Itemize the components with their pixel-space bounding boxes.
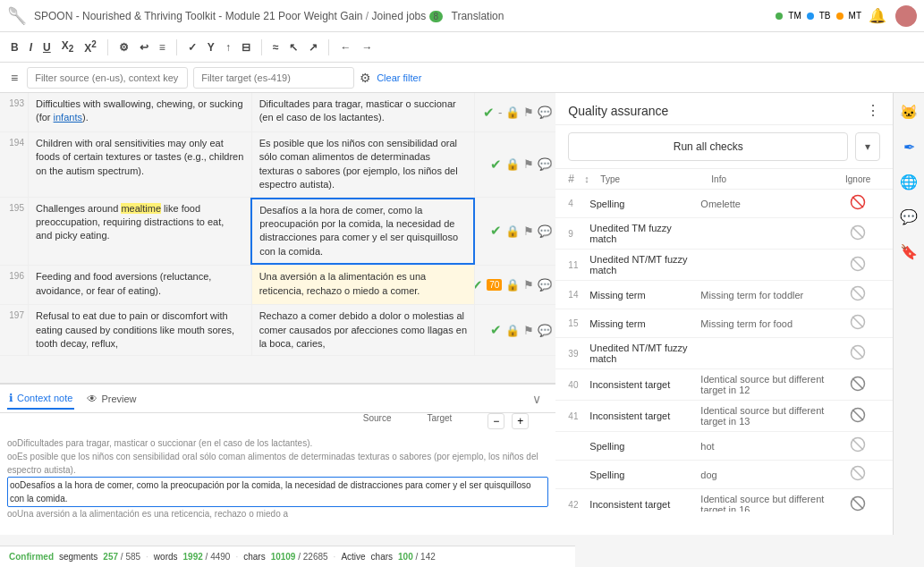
qa-row-ignore[interactable] <box>835 436 880 455</box>
comment-icon[interactable]: 💬 <box>538 224 552 238</box>
ignore-btn[interactable] <box>850 224 866 243</box>
bold-btn[interactable]: B <box>7 39 22 55</box>
table-row: 197 Refusal to eat due to pain or discom… <box>0 305 555 356</box>
source-filter-input[interactable] <box>27 67 188 89</box>
qa-row: 40 Inconsistent target Identical source … <box>555 369 893 401</box>
comment-icon[interactable]: 💬 <box>538 106 552 119</box>
qa-row-ignore[interactable] <box>835 285 880 304</box>
list-btn[interactable]: ≡ <box>156 39 169 55</box>
qa-menu-btn[interactable]: ⋮ <box>866 102 880 119</box>
comment-icon-btn[interactable]: 💬 <box>896 205 921 229</box>
target-filter-input[interactable] <box>193 67 354 89</box>
ignore-btn[interactable] <box>850 285 866 304</box>
subscript-btn[interactable]: X2 <box>58 38 78 55</box>
ignore-btn[interactable] <box>850 436 866 455</box>
ignore-btn[interactable] <box>850 495 866 512</box>
table-row: 194 Children with oral sensitivities may… <box>0 132 555 198</box>
lock-icon[interactable]: 🔒 <box>505 324 520 337</box>
minus-btn[interactable]: − <box>487 413 504 429</box>
flag-icon[interactable]: ⚑ <box>523 106 534 119</box>
cat-icon-btn[interactable]: 🐱 <box>896 100 921 124</box>
tb-label: TB <box>819 11 831 21</box>
flag-icon[interactable]: ⚑ <box>523 157 534 171</box>
lock-icon2[interactable]: 🔒 <box>505 106 520 119</box>
flag-icon[interactable]: ⚑ <box>523 278 534 292</box>
bottom-panel-close[interactable]: ∨ <box>525 392 548 406</box>
flag-icon[interactable]: ⚑ <box>523 224 534 238</box>
underline-btn[interactable]: U <box>39 39 55 55</box>
segment-target[interactable]: Dificultades para tragar, masticar o suc… <box>252 93 476 131</box>
ignore-btn[interactable] <box>850 194 866 213</box>
qa-run-dropdown[interactable]: ▾ <box>855 132 880 161</box>
lock-icon[interactable]: 🔒 <box>505 157 520 171</box>
mt-indicator <box>836 13 843 20</box>
lock-icon[interactable]: 🔒 <box>505 224 520 238</box>
settings-btn[interactable]: ⚙ <box>115 39 132 55</box>
qa-row-ignore[interactable] <box>835 344 880 363</box>
ignore-btn[interactable] <box>850 465 866 484</box>
notifications-btn[interactable]: 🔔 <box>869 7 886 24</box>
qa-row-ignore[interactable] <box>835 495 880 512</box>
qa-row-ignore[interactable] <box>835 314 880 333</box>
top-bar-icons[interactable]: 🔔 <box>869 5 917 27</box>
segments-label: segments <box>59 552 97 562</box>
qa-row-info: Identical source but different target in… <box>700 405 832 427</box>
bottom-line-active: ooDesafíos a la hora de comer, como la p… <box>7 477 548 507</box>
filter-toggle-btn[interactable]: ≡ <box>7 69 21 87</box>
arrow-right-btn[interactable]: ↗ <box>305 39 321 55</box>
qa-row-ignore[interactable] <box>835 376 880 394</box>
qa-row-num: 15 <box>568 318 586 328</box>
active-count: 100 / 142 <box>398 552 436 562</box>
ignore-btn[interactable] <box>850 314 866 333</box>
tag-btn[interactable]: ≈ <box>269 39 283 55</box>
table-row: 193 Difficulties with swallowing, chewin… <box>0 93 555 132</box>
pen-icon-btn[interactable]: ✒ <box>900 135 919 159</box>
confirm-btn[interactable]: ✓ <box>184 39 200 55</box>
segment-target-active[interactable]: Desafíos a la hora de comer, como la pre… <box>250 198 475 266</box>
comment-icon[interactable]: 💬 <box>538 157 552 171</box>
globe-icon-btn[interactable]: 🌐 <box>896 170 921 194</box>
segment-target[interactable]: Es posible que los niños con sensibilida… <box>252 132 476 197</box>
segment-target[interactable]: Una aversión a la alimentación es una re… <box>252 266 476 304</box>
clear-filter-btn[interactable]: Clear filter <box>377 72 421 83</box>
bookmark-icon-btn[interactable]: 🔖 <box>896 240 921 264</box>
flag-icon[interactable]: ⚑ <box>523 324 534 337</box>
lock-icon[interactable]: - <box>498 106 502 119</box>
qa-row-type: Spelling <box>589 470 697 480</box>
qa-run-btn[interactable]: Run all checks <box>568 132 848 161</box>
qa-row-ignore[interactable] <box>835 256 880 275</box>
qa-row-ignore[interactable] <box>835 194 880 213</box>
arrow-left-btn[interactable]: ↖ <box>285 39 301 55</box>
forward-btn[interactable]: → <box>358 39 376 55</box>
comment-icon[interactable]: 💬 <box>538 324 552 337</box>
tab-preview[interactable]: 👁 Preview <box>85 389 138 409</box>
qa-row-info: Omelette <box>700 199 832 209</box>
minus-btn[interactable]: ⊟ <box>238 39 254 55</box>
ignore-btn[interactable] <box>850 256 866 275</box>
bottom-content: ooDificultades para tragar, masticar o s… <box>0 431 555 535</box>
italic-btn[interactable]: I <box>26 39 36 55</box>
avatar[interactable] <box>895 5 917 27</box>
y-btn[interactable]: Y <box>204 39 218 55</box>
bottom-actions: − + <box>487 413 529 429</box>
status-check: ✔ <box>483 105 495 121</box>
qa-row-ignore[interactable] <box>835 224 880 243</box>
ignore-btn[interactable] <box>850 344 866 363</box>
svg-line-9 <box>852 317 863 327</box>
ignore-btn[interactable] <box>850 407 866 426</box>
qa-row-type: Inconsistent target <box>589 410 697 421</box>
qa-row-ignore[interactable] <box>835 465 880 484</box>
tab-context-note[interactable]: ℹ Context note <box>7 388 74 410</box>
qa-row-ignore[interactable] <box>835 407 880 426</box>
lock-icon[interactable]: 🔒 <box>505 278 520 292</box>
ignore-btn[interactable] <box>850 376 866 394</box>
segment-target[interactable]: Rechazo a comer debido a dolor o molesti… <box>252 305 476 355</box>
plus-btn[interactable]: + <box>512 413 529 429</box>
qa-row-type: Spelling <box>589 441 697 452</box>
filter-options-btn[interactable]: ⚙ <box>360 71 371 85</box>
up-btn[interactable]: ↑ <box>222 39 234 55</box>
superscript-btn[interactable]: X2 <box>81 38 100 56</box>
comment-icon[interactable]: 💬 <box>538 278 552 292</box>
undo-btn[interactable]: ↩ <box>136 39 152 55</box>
back-btn[interactable]: ← <box>336 39 354 55</box>
